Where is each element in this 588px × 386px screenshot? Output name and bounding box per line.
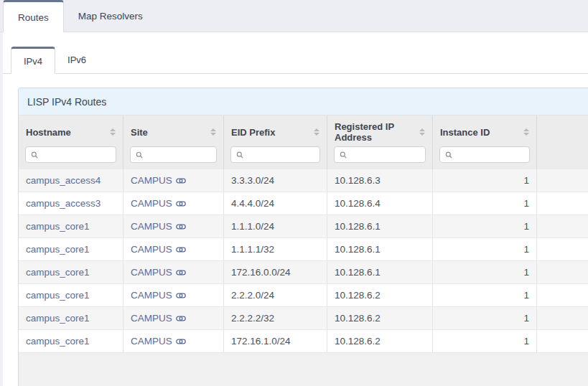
eid-prefix-value: 2.2.2.0/24 — [231, 290, 274, 301]
table-filter-row — [19, 144, 588, 169]
hostname-link[interactable]: campus_access4 — [26, 175, 101, 186]
registered-ip-value: 10.128.6.2 — [335, 336, 381, 347]
tab-ipv6[interactable]: IPv6 — [55, 47, 98, 73]
site-link[interactable]: CAMPUS — [131, 198, 172, 209]
routes-table: Hostname Site EID Prefix Registered IP A… — [19, 116, 588, 353]
site-link[interactable]: CAMPUS — [131, 267, 172, 278]
site-link[interactable]: CAMPUS — [131, 175, 172, 186]
hostname-link[interactable]: campus_core1 — [26, 221, 90, 232]
site-link[interactable]: CAMPUS — [131, 313, 172, 324]
hostname-link[interactable]: campus_core1 — [26, 244, 90, 255]
sort-icon — [523, 128, 529, 136]
instance-id-cell: 1 — [433, 284, 537, 306]
column-header-site[interactable]: Site — [123, 116, 224, 144]
link-icon — [176, 246, 186, 253]
eid-prefix-cell: 4.4.4.0/24 — [224, 192, 327, 215]
site-cell: CAMPUS — [123, 192, 224, 215]
instance-id-filter — [439, 146, 530, 163]
sort-icon — [314, 128, 319, 136]
site-cell: CAMPUS — [123, 261, 224, 283]
hostname-link[interactable]: campus_core1 — [26, 267, 90, 278]
column-label: Instance ID — [440, 127, 490, 138]
eid-prefix-cell: 172.16.1.0/24 — [224, 330, 327, 352]
site-link[interactable]: CAMPUS — [131, 244, 172, 255]
filler-cell — [537, 330, 588, 352]
registered-ip-cell: 10.128.6.2 — [327, 307, 433, 329]
hostname-cell: campus_core1 — [19, 261, 123, 283]
hostname-link[interactable]: campus_core1 — [26, 313, 90, 324]
eid-prefix-value: 1.1.1.0/24 — [231, 221, 274, 232]
instance-id-cell: 1 — [433, 307, 537, 329]
hostname-filter — [25, 146, 116, 163]
panel-body-space — [19, 353, 588, 386]
registered-ip-filter-input[interactable] — [350, 150, 420, 160]
filter-cell — [433, 144, 537, 169]
eid-prefix-cell: 2.2.2.2/32 — [224, 307, 327, 329]
eid-prefix-cell: 172.16.0.0/24 — [224, 261, 327, 283]
ip-version-tabbar: IPv4 IPv6 — [3, 47, 588, 74]
instance-id-value: 1 — [523, 290, 529, 301]
eid-prefix-value: 3.3.3.0/24 — [231, 175, 274, 186]
tab-map-resolvers[interactable]: Map Resolvers — [64, 0, 157, 32]
routes-pane: IPv4 IPv6 LISP IPv4 Routes Hostname Site — [3, 32, 588, 386]
site-link[interactable]: CAMPUS — [131, 221, 172, 232]
site-filter-input[interactable] — [146, 150, 211, 160]
column-header-eid-prefix[interactable]: EID Prefix — [224, 116, 327, 144]
registered-ip-value: 10.128.6.2 — [335, 313, 381, 324]
registered-ip-value: 10.128.6.1 — [335, 221, 381, 232]
tab-ipv4[interactable]: IPv4 — [11, 47, 55, 74]
link-icon — [176, 315, 186, 322]
eid-prefix-value: 4.4.4.0/24 — [231, 198, 274, 209]
registered-ip-value: 10.128.6.2 — [335, 290, 381, 301]
registered-ip-cell: 10.128.6.1 — [327, 215, 433, 237]
column-label: Hostname — [26, 127, 71, 138]
filter-cell — [123, 144, 224, 169]
filter-cell — [224, 144, 327, 169]
hostname-cell: campus_core1 — [19, 307, 123, 329]
hostname-cell: campus_core1 — [19, 238, 123, 260]
filler-cell — [537, 284, 588, 306]
eid-prefix-filter — [230, 146, 320, 163]
column-header-instance-id[interactable]: Instance ID — [433, 116, 537, 144]
table-row: campus_access4 CAMPUS 3.3.3.0/24 10.128.… — [19, 169, 588, 192]
tab-routes[interactable]: Routes — [3, 0, 64, 32]
registered-ip-cell: 10.128.6.4 — [327, 192, 433, 215]
search-icon — [31, 151, 38, 159]
table-header-row: Hostname Site EID Prefix Registered IP A… — [19, 116, 588, 144]
eid-prefix-value: 172.16.1.0/24 — [231, 336, 291, 347]
tab-ipv4-label: IPv4 — [24, 56, 42, 67]
column-header-hostname[interactable]: Hostname — [19, 116, 123, 144]
search-icon — [340, 151, 347, 159]
registered-ip-cell: 10.128.6.2 — [327, 330, 433, 352]
filler-cell — [537, 192, 588, 215]
eid-prefix-value: 172.16.0.0/24 — [231, 267, 291, 278]
hostname-filter-input[interactable] — [42, 150, 111, 160]
main-tabbar: Routes Map Resolvers — [0, 0, 588, 32]
link-icon — [176, 292, 186, 299]
instance-id-value: 1 — [523, 336, 529, 347]
eid-prefix-cell: 2.2.2.0/24 — [224, 284, 327, 306]
instance-id-value: 1 — [523, 244, 529, 255]
hostname-link[interactable]: campus_access3 — [26, 198, 101, 209]
hostname-link[interactable]: campus_core1 — [26, 336, 90, 347]
instance-id-filter-input[interactable] — [456, 150, 524, 160]
page: Routes Map Resolvers IPv4 IPv6 LISP IPv4… — [0, 0, 588, 386]
site-link[interactable]: CAMPUS — [131, 290, 172, 301]
table-row: campus_core1 CAMPUS 2.2.2.0/24 10.128.6.… — [19, 284, 588, 307]
site-filter — [130, 146, 217, 163]
column-header-filler — [537, 116, 588, 144]
eid-prefix-value: 1.1.1.1/32 — [231, 244, 274, 255]
hostname-link[interactable]: campus_core1 — [26, 290, 90, 301]
filler-cell — [537, 261, 588, 283]
hostname-cell: campus_core1 — [19, 215, 123, 237]
site-link[interactable]: CAMPUS — [131, 336, 172, 347]
site-cell: CAMPUS — [123, 169, 224, 192]
lisp-ipv4-routes-panel: LISP IPv4 Routes Hostname Site EID Prefi… — [18, 88, 588, 386]
table-row: campus_core1 CAMPUS 2.2.2.2/32 10.128.6.… — [19, 307, 588, 330]
column-header-registered-ip[interactable]: Registered IP Address — [327, 116, 433, 144]
eid-prefix-filter-input[interactable] — [247, 150, 314, 160]
filler-cell — [537, 238, 588, 260]
registered-ip-cell: 10.128.6.3 — [327, 169, 433, 192]
search-icon — [236, 151, 243, 159]
eid-prefix-cell: 1.1.1.0/24 — [224, 215, 327, 237]
